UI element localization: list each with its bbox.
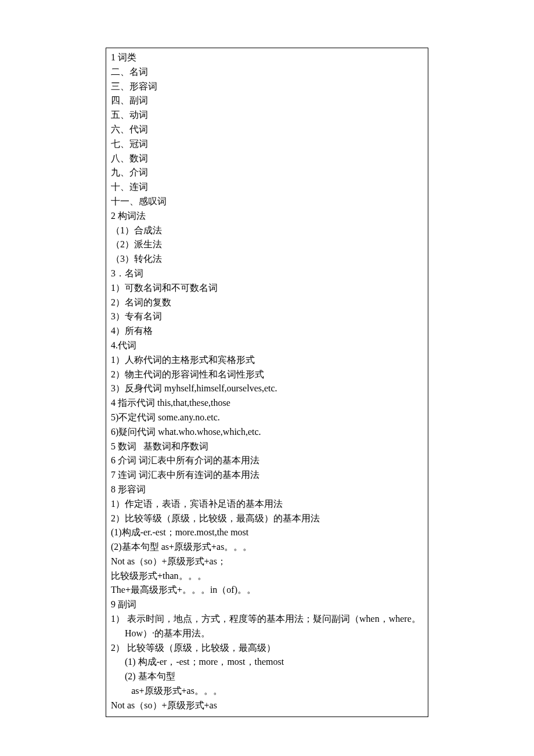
document-box: 1 词类二、名词三、形容词四、副词五、动词六、代词七、冠词八、数词九、介词十、连…: [106, 48, 428, 717]
text-line: 2）名词的复数: [111, 296, 423, 310]
text-line: (2)基本句型 as+原级形式+as。。。: [111, 540, 423, 555]
text-line: 4.代词: [111, 339, 423, 353]
text-line: 6)疑问代词 what.who.whose,which,etc.: [111, 425, 423, 440]
text-line: 4 指示代词 this,that,these,those: [111, 396, 423, 411]
page: 1 词类二、名词三、形容词四、副词五、动词六、代词七、冠词八、数词九、介词十、连…: [0, 0, 534, 756]
text-line: 1 词类: [111, 51, 423, 65]
text-line: 十、连词: [111, 180, 423, 195]
text-line: (2) 基本句型: [111, 669, 423, 684]
text-line: (1)构成-er.-est；more.most,the most: [111, 525, 423, 540]
text-line: 9 副词: [111, 597, 423, 612]
text-line: 6 介词 词汇表中所有介词的基本用法: [111, 453, 423, 468]
text-line: 二、名词: [111, 65, 423, 80]
text-line: Not as（so）+原级形式+as；: [111, 555, 423, 569]
text-line: （2）派生法: [111, 237, 423, 252]
text-line: 5 数词 基数词和序数词: [111, 440, 423, 454]
text-line: The+最高级形式+。。。in（of)。。: [111, 583, 423, 597]
text-line: 3）专有名词: [111, 309, 423, 324]
text-line: 4）所有格: [111, 324, 423, 339]
text-line: Not as（so）+原级形式+as: [111, 699, 423, 713]
text-line: 5)不定代词 some.any.no.etc.: [111, 411, 423, 425]
text-line: 五、动词: [111, 108, 423, 123]
text-line: 1）可数名词和不可数名词: [111, 281, 423, 296]
text-line: （1）合成法: [111, 224, 423, 238]
text-line: 1）作定语，表语，宾语补足语的基本用法: [111, 497, 423, 512]
text-line: 七、冠词: [111, 137, 423, 152]
text-line: 2）比较等级（原级，比较级，最高级）的基本用法: [111, 512, 423, 526]
text-line: 7 连词 词汇表中所有连词的基本用法: [111, 468, 423, 483]
text-line: 2 构词法: [111, 209, 423, 224]
text-line: 3）反身代词 myhself,himself,ourselves,etc.: [111, 381, 423, 396]
text-line: 三、形容词: [111, 80, 423, 94]
text-line: 比较级形式+than。。。: [111, 569, 423, 584]
text-line: 九、介词: [111, 165, 423, 180]
text-line: 2） 比较等级（原级，比较级，最高级）: [111, 641, 423, 656]
text-line: 3．名词: [111, 267, 423, 281]
text-line: 六、代词: [111, 123, 423, 137]
text-line: 八、数词: [111, 152, 423, 166]
text-line: 四、副词: [111, 93, 423, 108]
text-line: 1） 表示时间，地点，方式，程度等的基本用法；疑问副词（when，where。: [111, 612, 423, 627]
text-line: as+原级形式+as。。。: [111, 684, 423, 699]
text-line: (1) 构成-er，-est；more，most，themost: [111, 655, 423, 669]
text-line: （3）转化法: [111, 252, 423, 267]
text-line: 2）物主代词的形容词性和名词性形式: [111, 368, 423, 382]
text-line: How）·的基本用法。: [111, 627, 423, 641]
text-line: 1）人称代词的主格形式和宾格形式: [111, 353, 423, 368]
text-line: 8 形容词: [111, 483, 423, 497]
text-line: 十一、感叹词: [111, 195, 423, 209]
